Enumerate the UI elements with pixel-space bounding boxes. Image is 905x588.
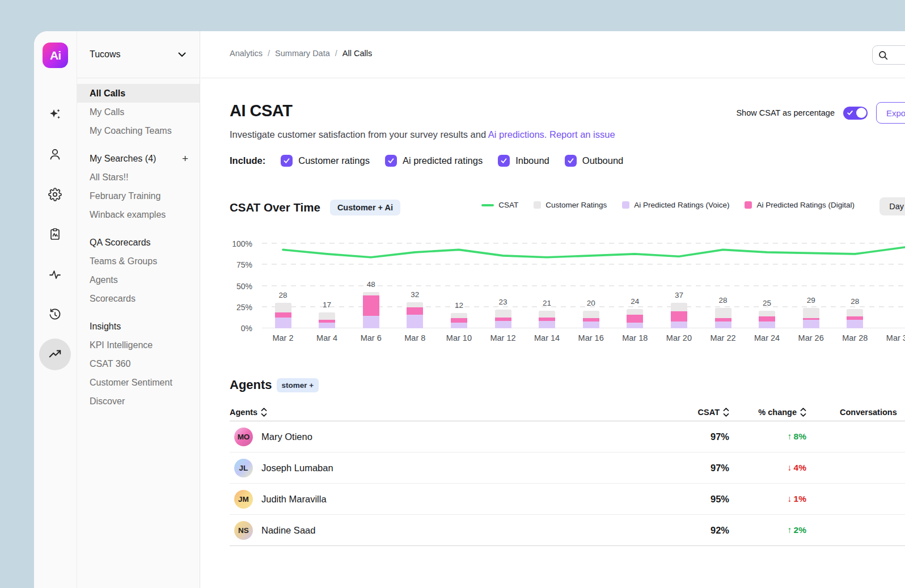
checkbox-checked[interactable]	[565, 155, 577, 167]
sidebar-group-header-qa-scorecards[interactable]: QA Scorecards	[77, 233, 200, 252]
sidebar-item-all-stars[interactable]: All Stars!!	[77, 168, 200, 187]
bar-segment-customer-ratings	[407, 302, 423, 307]
y-axis-label: 0%	[225, 323, 252, 333]
sidebar-item-all-calls[interactable]: All Calls	[77, 84, 200, 103]
user-icon[interactable]	[48, 147, 62, 161]
checkbox-checked[interactable]	[281, 155, 293, 167]
bar-mar-10	[451, 313, 467, 328]
change-value: ↑2%	[729, 525, 826, 535]
page-controls: Show CSAT as percentage Export	[736, 102, 905, 124]
breadcrumb-analytics[interactable]: Analytics	[230, 49, 263, 58]
legend-item-customer-ratings: Customer Ratings	[534, 201, 607, 209]
legend-swatch	[745, 201, 752, 209]
bar-segment-ai-predicted-ratings-voice	[759, 322, 775, 328]
sort-icon	[261, 408, 267, 417]
main-header: Analytics / Summary Data / All Calls	[201, 31, 905, 78]
subtitle-text: Investigate customer satisfaction from y…	[230, 129, 486, 139]
activity-icon[interactable]	[48, 268, 62, 281]
bar-segment-customer-ratings	[583, 311, 599, 318]
interval-day-button[interactable]: Day	[879, 197, 905, 215]
table-row-mary-otieno[interactable]: MOMary Otieno97%↑8%	[230, 421, 905, 452]
bar-mar-16	[583, 311, 599, 328]
avatar: MO	[234, 428, 253, 446]
settings-gear-icon[interactable]	[48, 188, 62, 201]
checkbox-checked[interactable]	[385, 155, 397, 167]
column-header-csat[interactable]: CSAT	[638, 408, 729, 417]
chart-plot-area: 0%25%50%75%100%2817483212232120243728252…	[262, 244, 905, 328]
breadcrumb-summary-data[interactable]: Summary Data	[275, 49, 330, 58]
sidebar-item-teams-groups[interactable]: Teams & Groups	[77, 252, 200, 270]
search-icon	[878, 50, 888, 60]
sidebar-group-header-my-searches-4[interactable]: My Searches (4)+	[77, 149, 200, 168]
sidebar-item-scorecards[interactable]: Scorecards	[77, 289, 200, 308]
sidebar-item-customer-sentiment[interactable]: Customer Sentiment	[77, 373, 200, 392]
chevron-down-icon	[178, 52, 186, 57]
sidebar-item-kpi-intelligence[interactable]: KPI Intelligence	[77, 336, 200, 354]
sidebar-item-february-training[interactable]: February Training	[77, 187, 200, 205]
table-row-judith-maravilla[interactable]: JMJudith Maravilla95%↓1%	[230, 483, 905, 514]
agents-section: Agents stomer + Agents CSAT	[230, 377, 905, 546]
x-axis-label-mar-4: Mar 4	[306, 333, 349, 342]
search-input[interactable]	[872, 45, 905, 65]
column-label: Agents	[230, 408, 257, 417]
filter-checkbox-inbound[interactable]: Inbound	[498, 155, 549, 167]
main-area: Analytics / Summary Data / All Calls AI …	[201, 31, 905, 588]
bar-segment-ai-predicted-ratings-voice	[539, 321, 555, 328]
table-row-nadine-saad[interactable]: NSNadine Saad92%↑2%	[230, 514, 905, 545]
bar-segment-ai-predicted-ratings-voice	[407, 315, 423, 328]
x-axis-label-mar-22: Mar 22	[701, 333, 745, 342]
x-axis-label-mar-16: Mar 16	[569, 333, 612, 342]
export-button[interactable]: Export	[876, 102, 905, 124]
add-search-button[interactable]: +	[182, 149, 188, 168]
history-icon[interactable]	[48, 308, 62, 322]
y-axis-label: 100%	[225, 239, 252, 249]
sidebar-item-agents[interactable]: Agents	[77, 270, 200, 289]
app-logo[interactable]: Ai	[43, 43, 68, 68]
legend-item-ai-predicted-ratings-digital: Ai Predicted Ratings (Digital)	[745, 201, 855, 209]
breadcrumb: Analytics / Summary Data / All Calls	[230, 49, 372, 58]
sidebar-item-my-coaching-teams[interactable]: My Coaching Teams	[77, 121, 200, 140]
qa-clipboard-icon[interactable]	[48, 227, 62, 241]
sidebar-item-discover[interactable]: Discover	[77, 392, 200, 411]
sparkles-icon[interactable]	[48, 108, 62, 121]
x-axis-label-mar-18: Mar 18	[614, 333, 657, 342]
column-header-conversations[interactable]: Conversations	[826, 408, 905, 417]
checkbox-checked[interactable]	[498, 155, 510, 167]
csat-percentage-toggle[interactable]	[843, 107, 868, 120]
x-axis-label-mar-12: Mar 12	[481, 333, 525, 342]
bar-value-label: 28	[838, 297, 872, 306]
workspace-selector[interactable]: Tucows	[77, 31, 200, 78]
icon-rail: Ai	[34, 31, 77, 588]
bar-segment-ai-predicted-ratings-digital	[275, 312, 291, 318]
filter-checkbox-ai-predicted-ratings[interactable]: Ai predicted ratings	[385, 155, 483, 167]
analytics-trending-up-icon[interactable]	[39, 339, 71, 370]
sidebar-group-header-insights[interactable]: Insights	[77, 317, 200, 336]
chart-x-axis: Mar 2Mar 4Mar 6Mar 8Mar 10Mar 12Mar 14Ma…	[262, 328, 905, 343]
x-axis-label-mar-24: Mar 24	[746, 333, 789, 342]
bar-segment-ai-predicted-ratings-digital	[627, 315, 643, 322]
column-header-agents[interactable]: Agents	[230, 408, 638, 417]
report-issue-link[interactable]: Report an issue	[549, 129, 615, 139]
sidebar-item-my-calls[interactable]: My Calls	[77, 103, 200, 121]
trend-up-icon: ↑	[788, 432, 792, 442]
ai-predictions-link[interactable]: Ai predictions.	[488, 129, 547, 139]
sidebar-item-csat-360[interactable]: CSAT 360	[77, 354, 200, 373]
workspace-name: Tucows	[90, 49, 121, 60]
sidebar-item-winback-examples[interactable]: Winback examples	[77, 205, 200, 224]
bar-segment-customer-ratings	[847, 309, 863, 316]
table-row-joseph-lumaban[interactable]: JLJoseph Lumaban97%↓4%	[230, 452, 905, 483]
bar-mar-20	[671, 303, 687, 328]
bar-segment-customer-ratings	[319, 312, 335, 320]
filter-checkbox-outbound[interactable]: Outbound	[565, 155, 623, 167]
x-axis-label-mar-6: Mar 6	[349, 333, 392, 342]
bar-value-label: 28	[706, 296, 740, 304]
column-header-change[interactable]: % change	[729, 408, 826, 417]
filter-checkbox-customer-ratings[interactable]: Customer ratings	[281, 155, 370, 167]
trend-up-icon: ↑	[788, 525, 792, 535]
x-axis-label-mar-28: Mar 28	[834, 333, 877, 342]
filter-label: Customer ratings	[298, 155, 370, 166]
bar-segment-ai-predicted-ratings-digital	[451, 318, 467, 322]
bar-segment-ai-predicted-ratings-voice	[671, 322, 687, 328]
agent-name-cell: JLJoseph Lumaban	[230, 459, 638, 477]
avatar: JM	[234, 490, 253, 509]
